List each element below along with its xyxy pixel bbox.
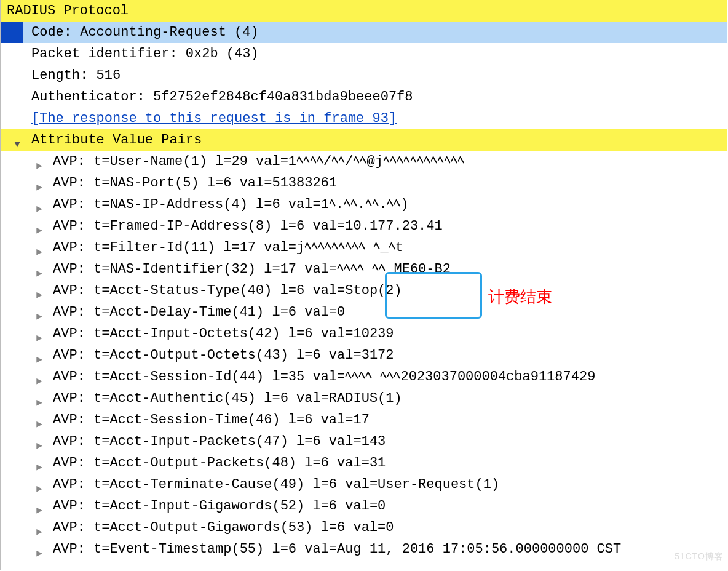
selection-marker bbox=[1, 22, 23, 43]
field-packet-id-row[interactable]: Packet identifier: 0x2b (43) bbox=[1, 43, 727, 65]
avp-row[interactable]: AVP: t=NAS-IP-Address(4) l=6 val=1ﾍ.ﾍﾍ.ﾍ… bbox=[1, 194, 727, 215]
avp-row[interactable]: AVP: t=NAS-Identifier(32) l=17 val=ﾍﾍﾍﾍ … bbox=[1, 258, 727, 280]
avp-text: AVP: t=NAS-IP-Address(4) l=6 val=1ﾍ.ﾍﾍ.ﾍ… bbox=[53, 194, 409, 215]
avp-row[interactable]: AVP: t=Acct-Output-Gigawords(53) l=6 val… bbox=[1, 517, 727, 538]
field-authenticator-text: Authenticator: 5f2752ef2848cf40a831bda9b… bbox=[31, 86, 413, 108]
avp-text: AVP: t=Acct-Input-Gigawords(52) l=6 val=… bbox=[53, 495, 386, 517]
avp-row[interactable]: AVP: t=User-Name(1) l=29 val=1ﾍﾍﾍﾍ/ﾍﾍ/ﾍﾍ… bbox=[1, 151, 727, 172]
avp-text: AVP: t=Filter-Id(11) l=17 val=jﾍﾍﾍﾍﾍﾍﾍﾍﾍ… bbox=[53, 237, 403, 258]
response-link[interactable]: [The response to this request is in fram… bbox=[31, 108, 397, 129]
field-packet-id-text: Packet identifier: 0x2b (43) bbox=[31, 43, 259, 65]
avp-text: AVP: t=NAS-Identifier(32) l=17 val=ﾍﾍﾍﾍ … bbox=[53, 258, 451, 280]
field-code-row[interactable]: Code: Accounting-Request (4) bbox=[1, 22, 727, 43]
field-length-row[interactable]: Length: 516 bbox=[1, 65, 727, 86]
avp-row[interactable]: AVP: t=Acct-Delay-Time(41) l=6 val=0 bbox=[1, 301, 727, 323]
avp-row[interactable]: AVP: t=Filter-Id(11) l=17 val=jﾍﾍﾍﾍﾍﾍﾍﾍﾍ… bbox=[1, 237, 727, 258]
avp-text: AVP: t=Acct-Output-Gigawords(53) l=6 val… bbox=[53, 517, 394, 538]
packet-details-pane: RADIUS Protocol Code: Accounting-Request… bbox=[0, 0, 727, 570]
avp-text: AVP: t=Acct-Input-Packets(47) l=6 val=14… bbox=[53, 431, 386, 452]
avp-text: AVP: t=Acct-Session-Time(46) l=6 val=17 bbox=[53, 409, 370, 431]
avp-row[interactable]: AVP: t=Acct-Output-Octets(43) l=6 val=31… bbox=[1, 345, 727, 366]
avp-text: AVP: t=Acct-Terminate-Cause(49) l=6 val=… bbox=[53, 474, 499, 495]
expand-icon[interactable] bbox=[33, 543, 46, 565]
avp-text: AVP: t=Framed-IP-Address(8) l=6 val=10.1… bbox=[53, 215, 443, 237]
avp-section-label: Attribute Value Pairs bbox=[31, 129, 202, 151]
field-authenticator-row[interactable]: Authenticator: 5f2752ef2848cf40a831bda9b… bbox=[1, 86, 727, 108]
field-response-link-row[interactable]: [The response to this request is in fram… bbox=[1, 108, 727, 129]
avp-row[interactable]: AVP: t=Acct-Input-Octets(42) l=6 val=102… bbox=[1, 323, 727, 345]
avp-text: AVP: t=Acct-Authentic(45) l=6 val=RADIUS… bbox=[53, 388, 402, 409]
avp-text: AVP: t=Acct-Input-Octets(42) l=6 val=102… bbox=[53, 323, 394, 345]
avp-row[interactable]: AVP: t=Acct-Session-Time(46) l=6 val=17 bbox=[1, 409, 727, 431]
avp-row[interactable]: AVP: t=Acct-Input-Gigawords(52) l=6 val=… bbox=[1, 495, 727, 517]
avp-text: AVP: t=Acct-Output-Octets(43) l=6 val=31… bbox=[53, 345, 394, 366]
avp-row[interactable]: AVP: t=NAS-Port(5) l=6 val=51383261 bbox=[1, 172, 727, 194]
avp-row[interactable]: AVP: t=Event-Timestamp(55) l=6 val=Aug 1… bbox=[1, 538, 727, 560]
avp-row[interactable]: AVP: t=Acct-Authentic(45) l=6 val=RADIUS… bbox=[1, 388, 727, 409]
avp-row-acct-status[interactable]: AVP: t=Acct-Status-Type(40) l=6 val=Stop… bbox=[1, 280, 727, 301]
field-code-text: Code: Accounting-Request (4) bbox=[31, 22, 259, 43]
avp-row[interactable]: AVP: t=Framed-IP-Address(8) l=6 val=10.1… bbox=[1, 215, 727, 237]
avp-text: AVP: t=Event-Timestamp(55) l=6 val=Aug 1… bbox=[53, 538, 621, 560]
avp-row[interactable]: AVP: t=Acct-Terminate-Cause(49) l=6 val=… bbox=[1, 474, 727, 495]
avp-row[interactable]: AVP: t=Acct-Session-Id(44) l=35 val=ﾍﾍﾍﾍ… bbox=[1, 366, 727, 388]
avp-text: AVP: t=Acct-Delay-Time(41) l=6 val=0 bbox=[53, 301, 345, 323]
avp-row[interactable]: AVP: t=Acct-Output-Packets(48) l=6 val=3… bbox=[1, 452, 727, 474]
avp-text: AVP: t=User-Name(1) l=29 val=1ﾍﾍﾍﾍ/ﾍﾍ/ﾍﾍ… bbox=[53, 151, 464, 172]
avp-section-row[interactable]: Attribute Value Pairs bbox=[1, 129, 727, 151]
protocol-header-text: RADIUS Protocol bbox=[7, 0, 129, 22]
protocol-header-row[interactable]: RADIUS Protocol bbox=[1, 0, 727, 22]
avp-text: AVP: t=Acct-Output-Packets(48) l=6 val=3… bbox=[53, 452, 386, 474]
avp-text: AVP: t=Acct-Status-Type(40) l=6 val=Stop… bbox=[53, 280, 402, 301]
avp-row[interactable]: AVP: t=Acct-Input-Packets(47) l=6 val=14… bbox=[1, 431, 727, 452]
field-length-text: Length: 516 bbox=[31, 65, 121, 86]
avp-text: AVP: t=Acct-Session-Id(44) l=35 val=ﾍﾍﾍﾍ… bbox=[53, 366, 595, 388]
avp-text: AVP: t=NAS-Port(5) l=6 val=51383261 bbox=[53, 172, 337, 194]
